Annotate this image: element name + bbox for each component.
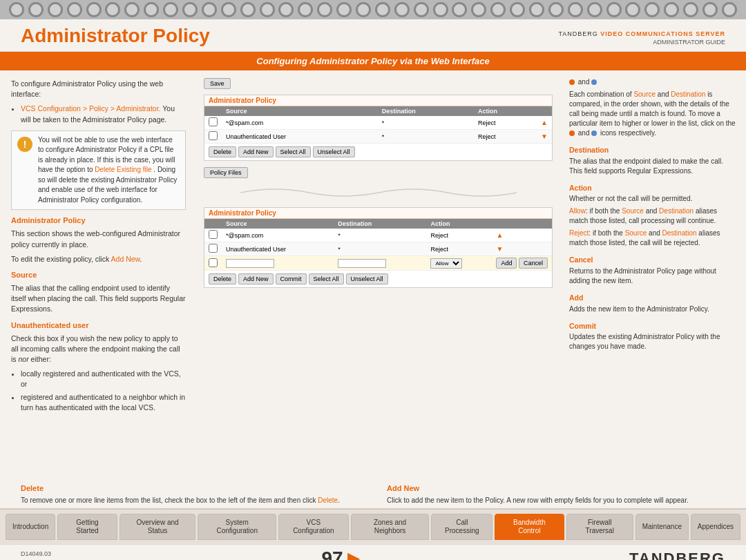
col-action-2: Action xyxy=(426,219,492,229)
spiral-ring xyxy=(568,2,583,17)
dest-input[interactable] xyxy=(338,259,386,268)
spiral-ring xyxy=(67,2,82,17)
add-new-desc: Click to add the new item to the Policy.… xyxy=(387,496,725,505)
orange-banner: Configuring Administrator Policy via the… xyxy=(0,52,746,70)
spiral-ring xyxy=(28,2,44,17)
reject-text: Reject: if both the Source and Destinati… xyxy=(569,229,736,248)
cancel-text: Returns to the Administrator Policy page… xyxy=(569,267,736,286)
col-arrows-1 xyxy=(537,106,552,116)
row2-action: Reject xyxy=(474,130,537,144)
spiral-ring xyxy=(548,2,564,17)
spiral-ring xyxy=(606,2,622,17)
tab-zones-neighbors[interactable]: Zones and Neighbors xyxy=(351,514,430,540)
spiral-ring xyxy=(664,2,679,17)
spiral-ring xyxy=(221,2,236,17)
row1-checkbox[interactable] xyxy=(209,117,218,126)
spiral-ring xyxy=(144,2,159,17)
right-panel: and Each combination of Source and Desti… xyxy=(560,70,746,478)
footer-page-number: 97 ▶ xyxy=(321,548,358,560)
add-button[interactable]: Add xyxy=(496,258,517,269)
unauthenticated-section-title: Unauthenticated user xyxy=(11,320,186,331)
delete-title: Delete xyxy=(21,483,359,494)
row4-checkbox[interactable] xyxy=(209,244,218,253)
spiral-ring xyxy=(683,2,698,17)
tab-introduction[interactable]: Introduction xyxy=(6,514,55,540)
col-source-2: Source xyxy=(222,219,334,229)
spiral-ring xyxy=(317,2,332,17)
source-input[interactable] xyxy=(226,259,274,268)
add-new-desc-block: Add New Click to add the new item to the… xyxy=(387,483,725,505)
and-icons-text: and xyxy=(569,77,736,87)
destination-title: Destination xyxy=(569,145,736,155)
allow-text: Allow: if both the Source and Destinatio… xyxy=(569,206,736,226)
right-intro-text: Each combination of Source and Destinati… xyxy=(569,90,736,138)
row1-source: *@spam.com xyxy=(222,116,378,130)
source-section-title: Source xyxy=(11,270,186,281)
unselect-all-button-2[interactable]: Unselect All xyxy=(346,273,388,284)
col-source-1: Source xyxy=(222,106,378,116)
row4-dest: * xyxy=(334,242,426,256)
nav-tabs: Introduction Getting Started Overview an… xyxy=(0,508,746,544)
spiral-ring xyxy=(48,2,63,17)
spiral-ring xyxy=(375,2,390,17)
tab-appendices[interactable]: Appendices xyxy=(691,514,740,540)
unselect-all-button-1[interactable]: Unselect All xyxy=(313,146,355,157)
col-dest-2: Destination xyxy=(334,219,426,229)
tab-system-config[interactable]: System Configuration xyxy=(198,514,276,540)
col-checkbox-2 xyxy=(204,219,222,229)
row3-checkbox[interactable] xyxy=(209,230,218,239)
policy-files-button[interactable]: Policy Files xyxy=(204,167,248,178)
cancel-button[interactable]: Cancel xyxy=(519,258,548,269)
spiral-ring xyxy=(625,2,640,17)
edit-row: Allow Add Cancel xyxy=(204,256,552,271)
add-title: Add xyxy=(569,293,736,303)
col-action-1: Action xyxy=(474,106,537,116)
tab-firewall-traversal[interactable]: Firewall Traversal xyxy=(566,514,633,540)
col-checkbox xyxy=(204,106,222,116)
row1-arrow: ▲ xyxy=(537,116,552,130)
spiral-ring xyxy=(9,2,24,17)
tab-overview-status[interactable]: Overview and Status xyxy=(119,514,196,540)
policy-table-1: Source Destination Action *@spam.com * R… xyxy=(204,106,552,144)
new-row-checkbox[interactable] xyxy=(209,258,218,267)
tab-vcs-config[interactable]: VCS Configuration xyxy=(278,514,349,540)
table-row: Unauthenticated User * Reject ▼ xyxy=(204,130,552,144)
delete-desc: To remove one or more line items from th… xyxy=(21,496,359,505)
spiral-ring xyxy=(471,2,486,17)
tab-maintenance[interactable]: Maintenance xyxy=(635,514,689,540)
save-button[interactable]: Save xyxy=(204,78,231,89)
admin-policy-text1: This section shows the web-configured Ad… xyxy=(11,229,186,249)
spiral-ring xyxy=(182,2,198,17)
btn-row-2: Delete Add New Commit Select All Unselec… xyxy=(204,271,552,287)
cancel-title: Cancel xyxy=(569,255,736,265)
tab-bandwidth-control[interactable]: Bandwidth Control xyxy=(495,514,564,540)
up-icon xyxy=(569,131,575,136)
spiral-ring xyxy=(529,2,544,17)
down-icon xyxy=(591,131,597,136)
col-arrows-2 xyxy=(492,219,552,229)
action-select[interactable]: Allow xyxy=(430,258,462,269)
vcs-config-link[interactable]: VCS Configuration > Policy > Administrat… xyxy=(21,104,161,113)
add-text: Adds the new item to the Administrator P… xyxy=(569,305,736,314)
row3-arrow: ▲ xyxy=(492,229,552,242)
delete-button-1[interactable]: Delete xyxy=(209,146,236,157)
row2-checkbox[interactable] xyxy=(209,131,218,140)
delete-button-2[interactable]: Delete xyxy=(209,273,236,284)
select-all-button-1[interactable]: Select All xyxy=(276,146,311,157)
brand-line1: TANDBERG VIDEO COMMUNICATIONS SERVER xyxy=(558,30,725,39)
tab-call-processing[interactable]: Call Processing xyxy=(431,514,492,540)
delete-existing-link[interactable]: Delete Existing file xyxy=(95,166,151,173)
spiral-ring xyxy=(587,2,602,17)
tab-getting-started[interactable]: Getting Started xyxy=(57,514,117,540)
spiral-ring xyxy=(202,2,217,17)
commit-button[interactable]: Commit xyxy=(276,273,307,284)
add-new-button-1[interactable]: Add New xyxy=(238,146,274,157)
spiral-ring xyxy=(336,2,352,17)
select-all-button-2[interactable]: Select All xyxy=(309,273,344,284)
row2-source: Unauthenticated User xyxy=(222,130,378,144)
next-page-triangle[interactable]: ▶ xyxy=(347,550,359,560)
add-new-button-2[interactable]: Add New xyxy=(238,273,274,284)
add-new-link[interactable]: Add New xyxy=(111,255,140,263)
row4-action: Reject xyxy=(426,242,492,256)
spiral-ring xyxy=(124,2,140,17)
